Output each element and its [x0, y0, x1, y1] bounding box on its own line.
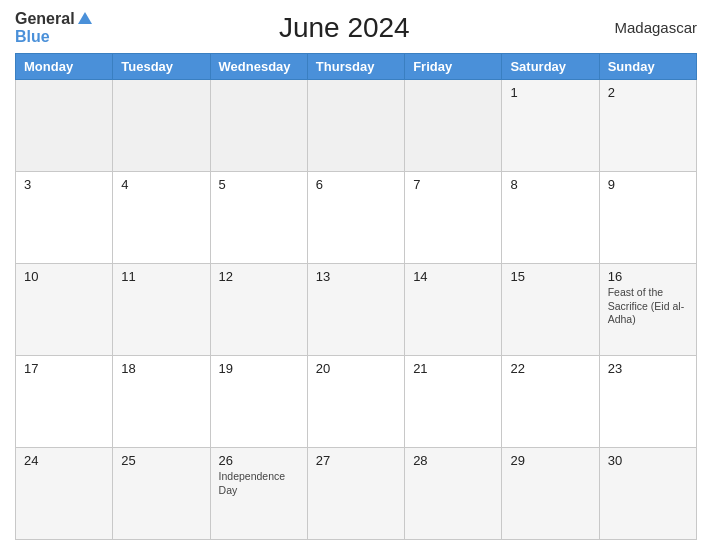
calendar-day-cell: 12 — [210, 264, 307, 356]
day-number: 26 — [219, 453, 299, 468]
calendar-day-cell: 13 — [307, 264, 404, 356]
calendar-day-cell: 16Feast of the Sacrifice (Eid al-Adha) — [599, 264, 696, 356]
calendar-day-cell: 28 — [405, 448, 502, 540]
calendar-day-cell — [405, 80, 502, 172]
day-number: 20 — [316, 361, 396, 376]
calendar-day-cell: 23 — [599, 356, 696, 448]
day-number: 9 — [608, 177, 688, 192]
day-number: 6 — [316, 177, 396, 192]
col-saturday: Saturday — [502, 54, 599, 80]
day-event: Independence Day — [219, 470, 299, 497]
calendar-day-cell: 29 — [502, 448, 599, 540]
calendar-day-cell: 27 — [307, 448, 404, 540]
calendar-header: GeneralBlue June 2024 Madagascar — [15, 10, 697, 45]
calendar-day-cell: 24 — [16, 448, 113, 540]
calendar-day-cell: 19 — [210, 356, 307, 448]
calendar-week-row: 242526Independence Day27282930 — [16, 448, 697, 540]
calendar-week-row: 12 — [16, 80, 697, 172]
day-number: 2 — [608, 85, 688, 100]
calendar-day-cell: 9 — [599, 172, 696, 264]
day-number: 28 — [413, 453, 493, 468]
calendar-week-row: 17181920212223 — [16, 356, 697, 448]
day-number: 4 — [121, 177, 201, 192]
calendar-day-cell — [113, 80, 210, 172]
calendar-page: GeneralBlue June 2024 Madagascar Monday … — [0, 0, 712, 550]
calendar-day-cell: 14 — [405, 264, 502, 356]
calendar-day-cell: 17 — [16, 356, 113, 448]
day-number: 16 — [608, 269, 688, 284]
calendar-day-cell: 21 — [405, 356, 502, 448]
day-number: 11 — [121, 269, 201, 284]
day-number: 19 — [219, 361, 299, 376]
col-monday: Monday — [16, 54, 113, 80]
calendar-day-cell: 22 — [502, 356, 599, 448]
day-number: 12 — [219, 269, 299, 284]
calendar-day-cell: 25 — [113, 448, 210, 540]
day-number: 24 — [24, 453, 104, 468]
calendar-day-cell: 5 — [210, 172, 307, 264]
calendar-day-cell — [16, 80, 113, 172]
calendar-day-cell: 6 — [307, 172, 404, 264]
calendar-day-cell: 18 — [113, 356, 210, 448]
day-number: 27 — [316, 453, 396, 468]
calendar-day-cell: 1 — [502, 80, 599, 172]
col-wednesday: Wednesday — [210, 54, 307, 80]
calendar-title: June 2024 — [92, 12, 597, 44]
calendar-day-cell: 15 — [502, 264, 599, 356]
calendar-week-row: 3456789 — [16, 172, 697, 264]
calendar-day-cell: 4 — [113, 172, 210, 264]
col-thursday: Thursday — [307, 54, 404, 80]
day-number: 21 — [413, 361, 493, 376]
calendar-week-row: 10111213141516Feast of the Sacrifice (Ei… — [16, 264, 697, 356]
day-event: Feast of the Sacrifice (Eid al-Adha) — [608, 286, 688, 327]
col-tuesday: Tuesday — [113, 54, 210, 80]
day-number: 10 — [24, 269, 104, 284]
calendar-day-cell: 20 — [307, 356, 404, 448]
day-number: 1 — [510, 85, 590, 100]
day-number: 30 — [608, 453, 688, 468]
calendar-day-cell: 2 — [599, 80, 696, 172]
day-number: 22 — [510, 361, 590, 376]
calendar-day-cell — [307, 80, 404, 172]
day-number: 17 — [24, 361, 104, 376]
calendar-day-cell: 10 — [16, 264, 113, 356]
day-number: 5 — [219, 177, 299, 192]
calendar-day-cell: 7 — [405, 172, 502, 264]
col-sunday: Sunday — [599, 54, 696, 80]
day-number: 15 — [510, 269, 590, 284]
calendar-day-cell: 3 — [16, 172, 113, 264]
logo: GeneralBlue — [15, 10, 92, 45]
day-number: 18 — [121, 361, 201, 376]
day-number: 14 — [413, 269, 493, 284]
day-number: 7 — [413, 177, 493, 192]
calendar-day-cell — [210, 80, 307, 172]
country-label: Madagascar — [597, 19, 697, 36]
day-number: 3 — [24, 177, 104, 192]
day-number: 25 — [121, 453, 201, 468]
calendar-table: Monday Tuesday Wednesday Thursday Friday… — [15, 53, 697, 540]
calendar-day-cell: 30 — [599, 448, 696, 540]
day-number: 8 — [510, 177, 590, 192]
day-number: 13 — [316, 269, 396, 284]
calendar-day-cell: 26Independence Day — [210, 448, 307, 540]
day-number: 23 — [608, 361, 688, 376]
day-number: 29 — [510, 453, 590, 468]
calendar-day-cell: 8 — [502, 172, 599, 264]
col-friday: Friday — [405, 54, 502, 80]
calendar-day-cell: 11 — [113, 264, 210, 356]
calendar-header-row: Monday Tuesday Wednesday Thursday Friday… — [16, 54, 697, 80]
